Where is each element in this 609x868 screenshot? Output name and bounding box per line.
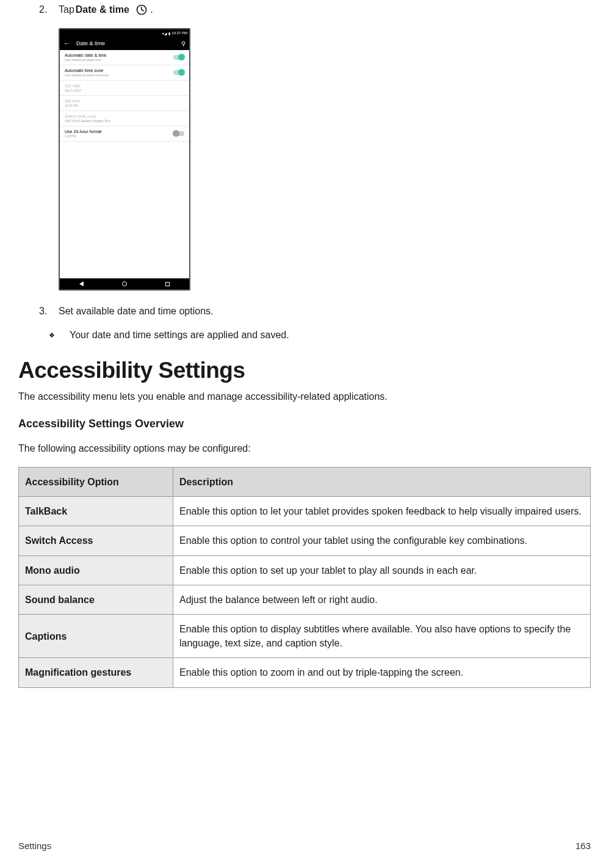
phone-row-sub: 10:27 PM: [65, 104, 184, 107]
option-desc: Enable this option to zoom in and out by…: [173, 658, 590, 687]
table-header-row: Accessibility Option Description: [19, 468, 591, 497]
app-header-title: Date & time: [76, 40, 175, 46]
lead-paragraph: The following accessibility options may …: [18, 441, 591, 456]
phone-row-title: Select time zone: [65, 114, 184, 118]
step-body: Tap Date & time .: [59, 2, 153, 17]
option-desc: Enable this option to display subtitles …: [173, 614, 590, 657]
table-row: TalkBack Enable this option to let your …: [19, 497, 591, 526]
option-name: Captions: [19, 614, 173, 657]
heading-accessibility-settings: Accessibility Settings: [18, 358, 591, 383]
toggle-on-icon: [173, 70, 184, 75]
svg-line-2: [142, 10, 143, 11]
step-3: 3. Set available date and time options.: [39, 304, 591, 319]
phone-row: Automatic time zone Use network-provided…: [60, 65, 189, 81]
status-time: 10:27 PM: [171, 31, 187, 35]
option-desc: Adjust the balance between left or right…: [173, 585, 590, 614]
battery-icon: ▮: [168, 31, 170, 35]
option-desc: Enable this option to let your tablet pr…: [173, 497, 590, 526]
phone-row: Select time zone GMT-04:00 Eastern Dayli…: [60, 111, 189, 126]
back-icon: ←: [63, 40, 70, 47]
clock-icon: [135, 4, 148, 16]
phone-screenshot: ▾◢ ▮ 10:27 PM ← Date & time ⚲ Automatic …: [59, 28, 591, 291]
toggle-on-icon: [173, 55, 184, 60]
phone-row-title: Automatic time zone: [65, 68, 173, 73]
step-text: Set available date and time options.: [59, 304, 214, 319]
table-row: Switch Access Enable this option to cont…: [19, 526, 591, 555]
phone-row-title: Set time: [65, 99, 184, 103]
phone-row-sub: July 6, 2017: [65, 89, 184, 92]
page-footer: Settings 163: [18, 841, 591, 851]
phone-row-sub: 1:00 PM: [65, 134, 173, 138]
step-text-prefix: Tap: [59, 2, 74, 17]
option-desc: Enable this option to set up your tablet…: [173, 555, 590, 585]
option-name: Switch Access: [19, 526, 173, 555]
phone-navbar: [60, 278, 189, 289]
nav-back-icon: [79, 281, 84, 286]
table-header-option: Accessibility Option: [19, 468, 173, 497]
phone-row: Use 24-hour format 1:00 PM: [60, 126, 189, 142]
phone-app-header: ← Date & time ⚲: [60, 37, 189, 50]
footer-page-number: 163: [575, 841, 591, 851]
phone-statusbar: ▾◢ ▮ 10:27 PM: [60, 29, 189, 37]
phone-row-title: Set date: [65, 84, 184, 88]
phone-row-sub: Use network-provided time zone: [65, 73, 173, 77]
nav-home-icon: [122, 281, 127, 286]
note-text: Your date and time settings are applied …: [70, 330, 289, 341]
toggle-off-icon: [173, 131, 184, 136]
option-name: TalkBack: [19, 497, 173, 526]
option-name: Mono audio: [19, 555, 173, 585]
phone-row-sub: Use network-provided time: [65, 58, 173, 62]
signal-icon: ▾◢: [162, 31, 167, 35]
table-header-description: Description: [173, 468, 590, 497]
table-row: Captions Enable this option to display s…: [19, 614, 591, 657]
phone-row-title: Automatic date & time: [65, 53, 173, 57]
step-number: 3.: [39, 304, 59, 319]
intro-paragraph: The accessibility menu lets you enable a…: [18, 389, 591, 404]
phone-row: Set date July 6, 2017: [60, 81, 189, 96]
subheading-overview: Accessibility Settings Overview: [18, 418, 591, 430]
nav-recent-icon: [165, 282, 170, 286]
search-icon: ⚲: [181, 40, 186, 47]
footer-section: Settings: [18, 841, 51, 851]
step-text-suffix: .: [150, 2, 153, 17]
phone-body: Automatic date & time Use network-provid…: [60, 50, 189, 278]
step-number: 2.: [39, 2, 59, 17]
diamond-bullet-icon: ❖: [49, 331, 70, 339]
phone-row-title: Use 24-hour format: [65, 129, 173, 134]
step-2: 2. Tap Date & time .: [39, 2, 591, 17]
option-name: Sound balance: [19, 585, 173, 614]
table-row: Mono audio Enable this option to set up …: [19, 555, 591, 585]
step-text-bold: Date & time: [76, 2, 129, 17]
table-row: Sound balance Adjust the balance between…: [19, 585, 591, 614]
table-row: Magnification gestures Enable this optio…: [19, 658, 591, 687]
accessibility-options-table: Accessibility Option Description TalkBac…: [18, 467, 591, 688]
note-row: ❖ Your date and time settings are applie…: [49, 330, 591, 341]
phone-row: Set time 10:27 PM: [60, 96, 189, 111]
option-name: Magnification gestures: [19, 658, 173, 687]
phone-row: Automatic date & time Use network-provid…: [60, 50, 189, 65]
phone-row-sub: GMT-04:00 Eastern Daylight Time: [65, 119, 184, 123]
option-desc: Enable this option to control your table…: [173, 526, 590, 555]
